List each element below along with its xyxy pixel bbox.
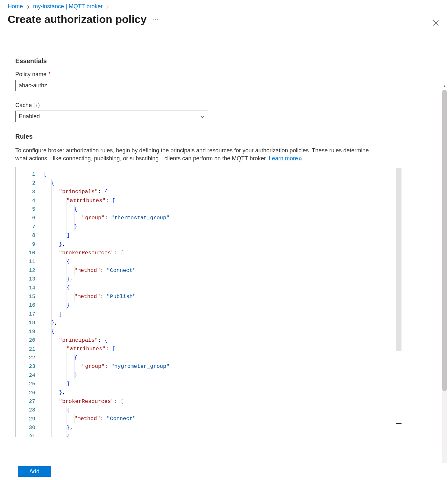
page-scrollbar[interactable]: ▴ ▾ — [441, 83, 448, 480]
editor-overview-marker — [396, 423, 402, 424]
rules-description: To configure broker authorization rules,… — [15, 147, 381, 163]
essentials-heading: Essentials — [15, 57, 433, 65]
external-link-icon: ⧉ — [299, 156, 302, 161]
close-icon[interactable] — [433, 20, 439, 28]
add-button[interactable]: Add — [18, 466, 51, 477]
cache-dropdown[interactable]: Enabled — [15, 111, 208, 122]
editor-scrollbar[interactable] — [396, 168, 402, 351]
more-icon[interactable]: ··· — [152, 16, 159, 23]
cache-label: Cache i — [15, 102, 433, 109]
learn-more-link[interactable]: Learn more⧉ — [269, 155, 302, 162]
chevron-right-icon — [26, 3, 30, 10]
content-pane: Essentials Policy name * Cache i Enabled… — [0, 41, 448, 437]
info-icon[interactable]: i — [34, 103, 39, 108]
line-gutter: 1234567891011121314151617181920212223242… — [16, 167, 44, 437]
policy-name-input[interactable] — [15, 80, 208, 91]
chevron-down-icon — [200, 113, 205, 120]
code-body[interactable]: [{"principals": {"attributes": [{"group"… — [44, 167, 402, 437]
rules-code-editor[interactable]: 1234567891011121314151617181920212223242… — [15, 167, 402, 437]
policy-name-label: Policy name * — [15, 71, 433, 78]
chevron-right-icon — [106, 3, 109, 10]
breadcrumb-instance[interactable]: my-instance | MQTT broker — [33, 3, 103, 10]
breadcrumb-home[interactable]: Home — [8, 3, 23, 10]
footer: Add — [0, 463, 448, 480]
breadcrumb: Home my-instance | MQTT broker — [0, 0, 448, 12]
scroll-up-icon[interactable]: ▴ — [444, 83, 446, 89]
page-title: Create authorization policy — [8, 13, 146, 25]
rules-heading: Rules — [15, 133, 433, 140]
